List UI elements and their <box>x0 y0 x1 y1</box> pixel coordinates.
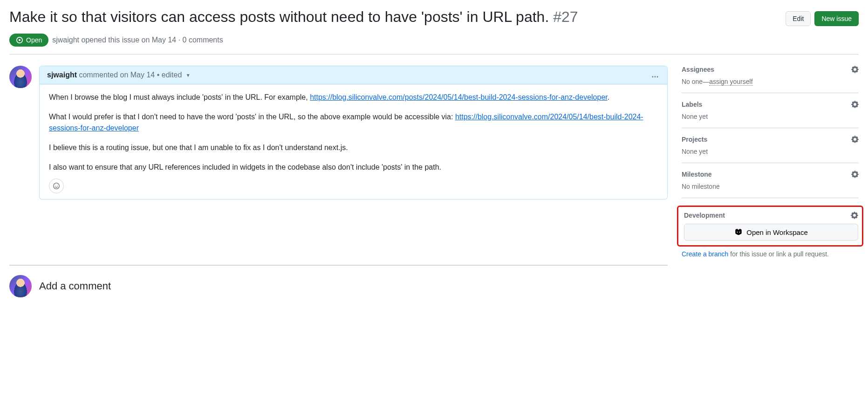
gear-icon[interactable] <box>851 66 859 73</box>
main-column: sjwaight commented on May 14 • edited ▼ … <box>9 66 668 297</box>
comments-count: 0 comments <box>183 36 223 44</box>
comment-date: on May 14 <box>120 71 155 79</box>
timeline-item: sjwaight commented on May 14 • edited ▼ … <box>9 66 668 199</box>
copilot-icon <box>734 228 743 236</box>
layout: sjwaight commented on May 14 • edited ▼ … <box>9 66 859 297</box>
new-issue-button[interactable]: New issue <box>814 11 859 26</box>
issue-number: #27 <box>553 8 578 25</box>
gear-icon[interactable] <box>851 212 858 219</box>
comment-header: sjwaight commented on May 14 • edited ▼ … <box>40 66 667 84</box>
sidebar-projects: Projects None yet <box>682 128 859 163</box>
comment-author[interactable]: sjwaight <box>47 71 77 79</box>
development-title: Development <box>684 212 725 219</box>
sidebar-milestone: Milestone No milestone <box>682 163 859 198</box>
chevron-down-icon[interactable]: ▼ <box>186 73 191 78</box>
kebab-menu-icon[interactable]: … <box>651 71 660 79</box>
assign-yourself-link[interactable]: assign yourself <box>709 78 752 86</box>
avatar[interactable] <box>9 275 32 297</box>
state-badge: Open <box>9 34 48 47</box>
issue-title-row: Make it so that visitors can access post… <box>9 7 859 30</box>
milestone-title: Milestone <box>682 171 712 178</box>
edited-label[interactable]: edited <box>162 71 182 79</box>
create-branch-link[interactable]: Create a branch <box>682 250 728 258</box>
development-highlight-box: Development Open in Workspace <box>677 206 863 247</box>
issue-title-text: Make it so that visitors can access post… <box>9 8 549 25</box>
issue-author[interactable]: sjwaight <box>52 36 79 44</box>
labels-title: Labels <box>682 101 702 108</box>
assignees-title: Assignees <box>682 66 714 73</box>
open-in-workspace-button[interactable]: Open in Workspace <box>684 224 858 240</box>
comment-body: When I browse the blog I must always inc… <box>40 84 667 199</box>
svg-point-0 <box>19 39 21 41</box>
issue-meta-row: Open sjwaight opened this issue on May 1… <box>9 34 859 47</box>
add-comment-row: Add a comment <box>9 275 668 297</box>
gear-icon[interactable] <box>851 101 859 108</box>
comment-byline: sjwaight commented on May 14 • edited ▼ <box>47 71 191 79</box>
main-divider <box>9 265 668 266</box>
svg-point-3 <box>57 185 58 185</box>
sidebar-labels: Labels None yet <box>682 93 859 128</box>
svg-point-1 <box>54 183 60 189</box>
title-actions: Edit New issue <box>786 7 859 26</box>
body-link-1[interactable]: https://blog.siliconvalve.com/posts/2024… <box>310 93 608 101</box>
development-footer: Create a branch for this issue or link a… <box>682 250 859 258</box>
add-comment-heading: Add a comment <box>39 280 111 292</box>
state-label: Open <box>26 36 42 44</box>
issue-title: Make it so that visitors can access post… <box>9 7 778 26</box>
gear-icon[interactable] <box>851 136 859 143</box>
issue-byline: sjwaight opened this issue on May 14 · 0… <box>52 36 223 44</box>
sidebar-development: Development Open in Workspace Create a b… <box>682 198 859 265</box>
comment-box: sjwaight commented on May 14 • edited ▼ … <box>39 66 668 199</box>
issue-open-icon <box>16 36 23 44</box>
svg-point-2 <box>55 185 55 185</box>
edit-button[interactable]: Edit <box>786 11 811 26</box>
sidebar: Assignees No one—assign yourself Labels … <box>682 66 859 265</box>
projects-title: Projects <box>682 136 707 143</box>
gear-icon[interactable] <box>851 171 859 178</box>
smiley-icon <box>53 182 60 190</box>
add-reaction-button[interactable] <box>49 179 64 193</box>
header-divider <box>9 54 859 55</box>
sidebar-assignees: Assignees No one—assign yourself <box>682 66 859 93</box>
avatar[interactable] <box>9 66 32 88</box>
